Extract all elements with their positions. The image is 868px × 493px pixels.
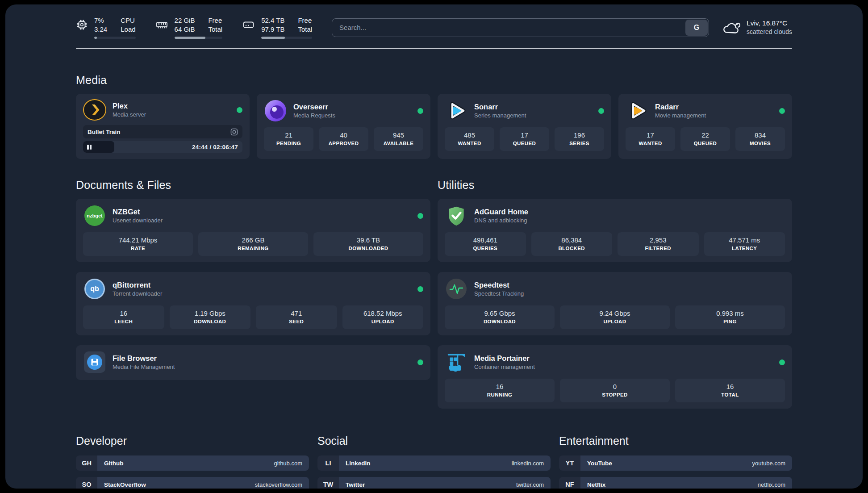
memory-label-1: Free [208,16,222,25]
stat-label: WANTED [628,140,672,147]
section-title-entertainment: Entertainment [559,435,792,447]
top-bar: 7% 3.24 CPU Load [76,16,792,39]
cpu-percent: 7% [94,16,107,25]
link-sections: Developer GH Github github.com SO StackO… [76,435,792,489]
stat-value: 9.24 Gbps [563,309,667,318]
app-title: Speedtest [474,280,524,290]
stat-value: 16 [678,382,782,391]
stat-value: 471 [259,309,334,318]
stat-value: 0 [563,382,667,391]
weather-widget: Lviv, 16.87°C scattered clouds [722,19,792,36]
stat-tile: 498,461 QUERIES [445,232,526,256]
app-card-adguard[interactable]: AdGuard Home DNS and adblocking 498,461 … [438,199,792,262]
search-input[interactable] [332,19,685,37]
radarr-icon [626,99,649,122]
search-provider-button[interactable]: G [685,20,708,36]
memory-free: 22 GiB [175,16,195,25]
app-card-plex[interactable]: Plex Media server Bullet Train [76,94,250,159]
stat-tile: 16 TOTAL [675,379,785,402]
link-item-netflix[interactable]: NF Netflix netflix.com [559,477,792,489]
stat-label: REMAINING [201,245,305,252]
stat-tile: 16 RUNNING [445,379,555,402]
link-item-linkedin[interactable]: LI LinkedIn linkedin.com [317,455,551,471]
link-badge: GH [76,455,97,471]
playback-progress-bar[interactable]: 24:44 / 02:06:47 [83,141,242,153]
app-title: Plex [113,101,146,111]
stat-tile: 39.6 TB DOWNLOADED [313,232,423,256]
disk-total: 97.9 TB [261,25,284,34]
app-card-speedtest[interactable]: Speedtest Speedtest Tracking 9.65 Gbps D… [438,272,792,335]
qbittorrent-icon-label: qb [90,285,99,293]
app-title: Sonarr [474,102,526,112]
link-name: YouTube [587,460,612,467]
stat-label: QUEUED [502,140,547,147]
link-item-twitter[interactable]: TW Twitter twitter.com [317,477,551,489]
sonarr-icon [445,99,468,122]
app-subtitle: Media File Management [113,363,175,371]
stat-value: 498,461 [447,236,523,245]
link-section-developer: Developer GH Github github.com SO StackO… [76,435,309,489]
stat-label: DOWNLOAD [172,318,248,325]
link-badge: NF [559,477,580,489]
app-title: Overseerr [293,102,335,112]
stat-value: 40 [321,131,366,140]
app-title: qBittorrent [113,280,162,290]
stat-label: RATE [86,245,190,252]
filebrowser-icon [84,351,105,373]
stat-label: UPLOAD [345,318,421,325]
status-indicator [598,108,604,114]
link-url: netflix.com [758,481,785,488]
link-item-github[interactable]: GH Github github.com [76,455,309,471]
app-card-filebrowser[interactable]: File Browser Media File Management [76,345,430,380]
stat-tile: 485 WANTED [445,127,494,151]
topbar-divider [76,48,792,49]
stat-tile: 0 STOPPED [560,379,670,402]
section-title-social: Social [317,435,551,447]
stat-tile: 945 AVAILABLE [374,127,423,151]
stat-label: QUERIES [447,245,523,252]
link-section-entertainment: Entertainment YT YouTube youtube.com NF … [559,435,792,489]
stat-value: 47.571 ms [707,236,783,245]
stat-tile: 618.52 Mbps UPLOAD [342,305,424,329]
app-card-nzbget[interactable]: nzbget NZBGet Usenet downloader 744.21 M… [76,199,430,262]
adguard-icon [445,204,468,227]
app-card-sonarr[interactable]: Sonarr Series management 485 WANTED 17 Q… [438,94,611,159]
stat-label: UPLOAD [563,318,667,325]
link-url: linkedin.com [512,460,544,467]
link-name: StackOverflow [104,481,146,488]
stat-label: PENDING [267,140,311,147]
stat-value: 17 [502,131,547,140]
app-subtitle: Series management [474,112,526,120]
speedtest-icon [446,279,467,299]
session-icon[interactable] [230,128,238,136]
app-card-overseerr[interactable]: Overseerr Media Requests 21 PENDING 40 A… [257,94,430,159]
stat-tile: 86,384 BLOCKED [531,232,613,256]
plex-now-playing: Bullet Train 24:44 / 02:06:47 [83,125,242,153]
app-title: AdGuard Home [474,207,528,217]
portainer-icon [445,351,468,374]
cpu-label-2: Load [121,25,135,34]
stat-value: 2,953 [620,236,696,245]
app-card-portainer[interactable]: Media Portainer Container management 16 … [438,345,792,409]
stat-value: 16 [447,382,552,391]
stat-value: 86,384 [534,236,610,245]
app-card-qbittorrent[interactable]: qb qBittorrent Torrent downloader 16 LEE… [76,272,430,335]
weather-location: Lviv, 16.87°C [747,19,792,28]
overseerr-icon [265,100,286,121]
app-title: NZBGet [113,207,163,217]
stat-value: 9.65 Gbps [447,309,552,318]
link-item-stackoverflow[interactable]: SO StackOverflow stackoverflow.com [76,477,309,489]
stat-tile: 17 QUEUED [500,127,549,151]
app-subtitle: Media server [113,111,146,119]
link-item-youtube[interactable]: YT YouTube youtube.com [559,455,792,471]
cpu-stat: 7% 3.24 CPU Load [76,16,136,39]
stat-tile: 2,953 FILTERED [618,232,699,256]
app-card-radarr[interactable]: Radarr Movie management 17 WANTED 22 QUE… [618,94,792,159]
app-subtitle: DNS and adblocking [474,217,528,225]
stat-label: MOVIES [738,140,782,147]
dashboard-panel: 7% 3.24 CPU Load [5,4,863,489]
stat-value: 485 [447,131,492,140]
app-title: File Browser [113,354,175,363]
stat-label: SERIES [557,140,601,147]
cpu-progress-bar [94,37,136,39]
